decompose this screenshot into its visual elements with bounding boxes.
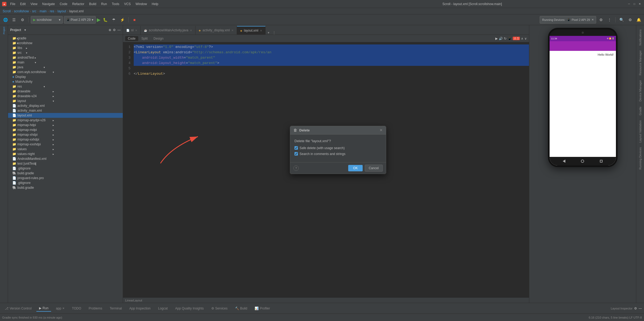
tab-services[interactable]: ⚙ Services: [209, 305, 230, 311]
coverage-button[interactable]: ☂: [110, 16, 118, 24]
app-close[interactable]: ✕: [62, 307, 64, 310]
menu-tools[interactable]: Tools: [110, 2, 121, 6]
tree-item-mipmap-mdpi[interactable]: ▸📁mipmap-mdpi: [8, 127, 123, 132]
menu-edit[interactable]: Edit: [18, 2, 28, 6]
tab-layout-close[interactable]: ✕: [260, 29, 262, 32]
tree-item-build-gradle[interactable]: 🐘build.gradle: [8, 171, 123, 176]
tree-item-layout[interactable]: ▾📁layout: [8, 99, 123, 103]
tree-item-libs[interactable]: ▸📁libs: [8, 46, 123, 50]
search-everywhere-btn[interactable]: 🔍: [618, 16, 625, 24]
minimize-button[interactable]: ─: [627, 2, 631, 6]
menu-vcs[interactable]: VCS: [122, 2, 133, 6]
breadcrumb-res[interactable]: res: [50, 9, 54, 13]
debug-button[interactable]: 🐛: [102, 16, 109, 24]
tree-item-src[interactable]: ▾📁src: [8, 50, 123, 55]
tree-item-mipmap-hdpi[interactable]: ▸📁mipmap-hdpi: [8, 123, 123, 127]
editor-toolbar-rotate[interactable]: ↻: [504, 37, 507, 40]
tree-item-layout-xml[interactable]: 📄layout.xml: [8, 113, 123, 118]
phone-home-btn[interactable]: [580, 159, 585, 163]
dialog-checkbox-1[interactable]: Safe delete (with usage search): [294, 146, 382, 150]
panel-minimize-icon[interactable]: —: [117, 28, 121, 32]
toolbar-list-btn[interactable]: ☰: [10, 16, 18, 24]
run-button[interactable]: ▶: [97, 17, 101, 23]
right-label-layout-validation[interactable]: Layout Validation: [638, 118, 643, 145]
tree-item-java[interactable]: ▾📁java: [8, 65, 123, 70]
dialog-checkbox-2[interactable]: Search in comments and strings: [294, 152, 382, 156]
right-label-notifications[interactable]: Notifications: [638, 27, 643, 48]
close-button[interactable]: ✕: [638, 2, 642, 6]
code-view-tab-split[interactable]: Split: [139, 36, 150, 41]
tab-nl[interactable]: 📄 nl ✕: [123, 26, 141, 35]
tree-item-com-wyb-scrollshow[interactable]: ▾📁com.wyb.scrollshow: [8, 70, 123, 74]
tree-item-res[interactable]: ▾📁res: [8, 84, 123, 89]
right-label-gradle[interactable]: Gradle: [638, 104, 643, 118]
tree-item-values-night[interactable]: ▸📁values-night: [8, 152, 123, 156]
tree-item-mipmap-xxhdpi[interactable]: ▸📁mipmap-xxhdpi: [8, 137, 123, 142]
menu-file[interactable]: File: [8, 2, 17, 6]
tab-run[interactable]: ▶ Run: [36, 305, 51, 312]
tree-item-scrollshow[interactable]: ▾📁scrollshow: [8, 41, 123, 46]
dialog-close-btn[interactable]: ✕: [379, 128, 383, 132]
tree-item--gitignore[interactable]: 📄.gitignore: [8, 180, 123, 185]
dialog-ok-button[interactable]: OK: [348, 165, 362, 171]
tree-item-activity-display-xml[interactable]: 📄activity_display.xml: [8, 103, 123, 108]
menu-window[interactable]: Window: [133, 2, 149, 6]
tab-dropdown-btn[interactable]: ▾: [267, 31, 270, 35]
right-label-device-manager[interactable]: Device Manager: [638, 78, 643, 104]
project-dropdown-icon[interactable]: ▾: [24, 28, 26, 32]
tree-item-gradle[interactable]: ▸📁gradle: [8, 36, 123, 41]
dialog-help-btn[interactable]: ?: [293, 165, 299, 171]
run-config-selector[interactable]: ▶ scrollshow ▾: [31, 16, 63, 24]
tab-activity-display-close[interactable]: ✕: [231, 29, 233, 32]
menu-code[interactable]: Code: [57, 2, 70, 6]
panel-settings-icon[interactable]: ⚙: [113, 28, 116, 32]
editor-toolbar-phone[interactable]: 📱: [508, 37, 512, 40]
dialog-cancel-button[interactable]: Cancel: [365, 165, 383, 172]
tree-item-drawable-v24[interactable]: ▸📁drawable-v24: [8, 94, 123, 99]
tree-item-build-gradle[interactable]: 🐘build.gradle: [8, 185, 123, 190]
tab-app[interactable]: app ✕: [53, 305, 67, 311]
settings-btn-2[interactable]: ⚙: [597, 16, 605, 24]
tab-problems[interactable]: Problems: [86, 305, 105, 311]
tree-item-values[interactable]: ▸📁values: [8, 147, 123, 152]
editor-nav-down[interactable]: ∨: [524, 37, 527, 40]
tab-mainactivity-close[interactable]: ✕: [190, 29, 192, 32]
menu-navigate[interactable]: Navigate: [40, 2, 57, 6]
settings-btn-3[interactable]: ⚙: [626, 16, 634, 24]
breadcrumb-main[interactable]: main: [40, 9, 47, 13]
breadcrumb-scrollshow[interactable]: scrollshow: [14, 9, 29, 13]
editor-toolbar-play[interactable]: ▶: [495, 37, 498, 40]
code-view-tab-code[interactable]: Code: [125, 36, 138, 41]
tree-item-mipmap-anydpi-v26[interactable]: ▸📁mipmap-anydpi-v26: [8, 118, 123, 123]
tree-item-mainactivity[interactable]: ●MainActivity: [8, 79, 123, 84]
menu-view[interactable]: View: [28, 2, 40, 6]
tree-item-proguard-rules-pro[interactable]: 📄proguard-rules.pro: [8, 176, 123, 180]
editor-nav-up[interactable]: ∧: [521, 37, 523, 40]
tree-item-androidmanifest-xml[interactable]: 📄AndroidManifest.xml: [8, 156, 123, 161]
tree-item-test--unittest-[interactable]: ▸📁test [unitTest]: [8, 161, 123, 166]
phone-recent-btn[interactable]: [599, 159, 603, 163]
menu-help[interactable]: Help: [150, 2, 160, 6]
stop-button[interactable]: ■: [131, 16, 138, 24]
tab-app-inspection[interactable]: App Inspection: [127, 305, 153, 311]
layout-inspector-label[interactable]: Layout Inspector: [611, 307, 632, 310]
running-device-close[interactable]: ✕: [592, 18, 594, 21]
phone-back-btn[interactable]: [562, 159, 566, 163]
toolbar-globe-btn[interactable]: 🌐: [2, 16, 9, 24]
tab-logcat[interactable]: Logcat: [155, 305, 170, 311]
right-label-running-devices[interactable]: Running Devices: [638, 145, 643, 172]
breadcrumb-layout[interactable]: layout: [57, 9, 66, 13]
tab-app-quality[interactable]: App Quality Insights: [172, 305, 206, 311]
checkbox-search-comments[interactable]: [294, 152, 298, 156]
project-sidebar-icon[interactable]: Project: [1, 27, 7, 34]
bottom-hide-btn[interactable]: —: [639, 307, 642, 310]
tree-item-mipmap-xhdpi[interactable]: ▸📁mipmap-xhdpi: [8, 132, 123, 137]
toolbar-more-btn[interactable]: ⋮: [606, 16, 613, 24]
checkbox-safe-delete[interactable]: [294, 146, 298, 150]
tree-item-display[interactable]: ●Display: [8, 74, 123, 79]
right-label-resource-manager[interactable]: Resource Manager: [638, 48, 643, 78]
panel-collapse-icon[interactable]: ⊕: [109, 28, 111, 32]
tab-todo[interactable]: TODO: [69, 305, 84, 311]
menu-build[interactable]: Build: [87, 2, 98, 6]
menu-run[interactable]: Run: [99, 2, 109, 6]
